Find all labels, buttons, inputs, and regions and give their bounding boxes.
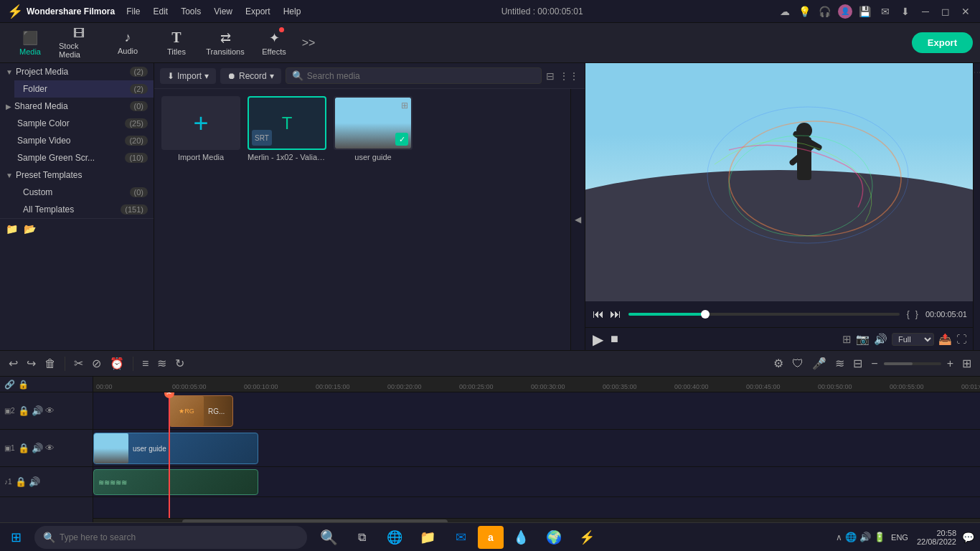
custom-item[interactable]: Custom (0) [14,184,154,201]
taskbar-edge[interactable]: 🌐 [379,523,410,552]
cut-button[interactable]: ✂ [71,355,86,372]
track-1-lock-icon[interactable]: 🔒 [18,443,29,453]
import-button[interactable]: ⬇ Import ▾ [160,68,216,84]
audio-clip[interactable]: ≋≋≋≋≋ [93,469,258,495]
transitions-tool-button[interactable]: ⇄ Transitions [202,24,248,62]
minimize-button[interactable]: ─ [918,4,933,19]
preset-templates-item[interactable]: ▼ Preset Templates [0,166,154,184]
taskbar-explorer[interactable]: 📁 [412,523,443,552]
snap-icon[interactable]: ⊞ [959,355,974,372]
export-frame-button[interactable]: 📤 [938,333,952,346]
taskbar-filmora[interactable]: ⚡ [571,523,603,552]
filter-icon[interactable]: ⊟ [546,70,555,82]
headphone-icon[interactable]: 🎧 [818,4,832,19]
start-button[interactable]: ⊞ [0,523,32,552]
menu-help[interactable]: Help [278,5,307,18]
settings-icon[interactable]: ⚙ [771,355,786,372]
maximize-button[interactable]: ◻ [938,4,953,19]
link-icon[interactable]: 🔗 [4,380,15,390]
more-tools-button[interactable]: >> [300,24,317,62]
progress-bar[interactable] [628,313,900,316]
new-folder-icon[interactable]: 📁 [6,223,18,235]
no-clip-button[interactable]: ⊘ [89,355,104,372]
stock-media-tool-button[interactable]: 🎞 Stock Media [56,24,102,62]
menu-edit[interactable]: Edit [147,5,174,18]
import-folder-icon[interactable]: 📂 [24,223,36,235]
save-icon[interactable]: 💾 [858,4,872,19]
mail-icon[interactable]: ✉ [878,4,892,19]
merlin-media-item[interactable]: T SRT Merlin - 1x02 - Valiant.P... [248,96,326,161]
volume-button[interactable]: 🔊 [874,333,887,346]
undo-button[interactable]: ↩ [6,355,21,372]
taskbar-dropbox[interactable]: 💧 [505,523,537,552]
audio-settings-icon[interactable]: ≋ [832,355,847,372]
taskbar-task-view[interactable]: ⧉ [346,523,377,552]
tray-volume-icon[interactable]: 🔊 [859,532,871,542]
play-pause-button[interactable]: ▶ [591,329,605,349]
track-2-lock-icon[interactable]: 🔒 [18,405,29,416]
zoom-out-button[interactable]: − [868,356,880,372]
record-button[interactable]: ⏺ Record ▾ [220,68,281,84]
zoom-select[interactable]: Full 50% 100% [892,333,934,346]
step-back-button[interactable]: ⏭ [608,306,623,322]
fullscreen-button[interactable]: ⛶ [956,333,967,345]
menu-tools[interactable]: Tools [175,5,207,18]
tray-network-icon[interactable]: 🌐 [845,532,857,542]
user-guide-media-item[interactable]: ⊞ ✓ user guide [334,96,413,161]
export-button[interactable]: Export [912,32,973,53]
redo-button[interactable]: ↪ [24,355,39,372]
sample-color-item[interactable]: Sample Color (25) [0,115,154,132]
effects-tool-button[interactable]: ✦ Effects [251,24,297,62]
menu-view[interactable]: View [208,5,238,18]
audio-mixer-button[interactable]: ≋ [154,355,169,372]
audio-1-lock-icon[interactable]: 🔒 [15,476,27,487]
all-templates-item[interactable]: All Templates (151) [14,201,154,218]
menu-export[interactable]: Export [240,5,276,18]
zoom-in-button[interactable]: + [944,356,956,372]
keyframe-button[interactable]: ↻ [172,355,187,372]
video-clip[interactable]: user guide [93,433,258,464]
menu-file[interactable]: File [121,5,146,18]
taskbar-mail[interactable]: ✉ [445,523,476,552]
color-button[interactable]: ≡ [139,356,151,372]
project-media-item[interactable]: ▼ Project Media (2) [0,63,154,80]
avatar-icon[interactable]: 👤 [838,4,852,19]
captions-icon[interactable]: ⊟ [850,355,865,372]
tray-language[interactable]: ENG [888,532,911,543]
audio-1-sound-icon[interactable]: 🔊 [29,476,40,487]
tray-chevron[interactable]: ∧ [836,532,842,542]
bulb-icon[interactable]: 💡 [798,4,812,19]
delete-button[interactable]: 🗑 [42,356,59,372]
rewind-button[interactable]: ⏮ [591,306,606,322]
taskbar-search-input[interactable] [60,532,298,542]
taskbar-cortana[interactable]: 🔍 [313,523,344,552]
audio-tool-button[interactable]: ♪ Audio [105,24,151,62]
stop-button[interactable]: ■ [609,330,620,348]
taskbar-amazon[interactable]: a [478,526,504,549]
close-button[interactable]: ✕ [958,4,973,19]
tray-notification-icon[interactable]: 💬 [962,532,974,543]
sample-video-item[interactable]: Sample Video (20) [0,132,154,149]
tray-time[interactable]: 20:58 22/08/2022 [914,529,959,546]
folder-item[interactable]: Folder (2) [14,80,154,98]
shield-icon[interactable]: 🛡 [789,356,806,372]
screenshot-button[interactable]: 📷 [856,333,870,346]
mic-icon[interactable]: 🎤 [809,355,829,372]
track-2-audio-icon[interactable]: 🔊 [32,405,43,416]
search-input[interactable] [307,71,535,81]
download-icon[interactable]: ⬇ [898,4,913,19]
taskbar-search[interactable]: 🔍 [34,526,307,549]
speed-button[interactable]: ⏰ [107,355,127,372]
playhead[interactable]: ✂ [169,392,170,518]
track-2-eye-icon[interactable]: 👁 [45,405,55,416]
taskbar-globe[interactable]: 🌍 [538,523,570,552]
import-media-item[interactable]: + Import Media [161,96,240,161]
sample-green-item[interactable]: Sample Green Scr... (10) [0,149,154,166]
shared-media-item[interactable]: ▶ Shared Media (0) [0,98,154,115]
panel-collapse-button[interactable]: ◀ [570,89,585,350]
track-1-audio-icon[interactable]: 🔊 [32,443,43,453]
grid-icon[interactable]: ⋮⋮ [559,70,579,82]
tray-battery-icon[interactable]: 🔋 [874,532,885,542]
cloud-icon[interactable]: ☁ [778,4,792,19]
media-tool-button[interactable]: ⬛ Media [7,24,53,62]
